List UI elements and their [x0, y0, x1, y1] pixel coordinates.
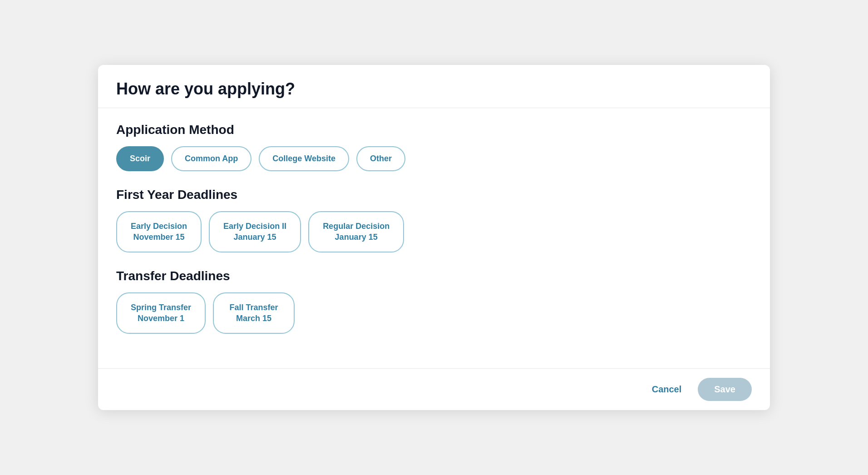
first-year-deadlines-title: First Year Deadlines	[116, 188, 752, 202]
pill-regular-decision-jan15[interactable]: Regular DecisionJanuary 15	[308, 211, 404, 252]
modal-title: How are you applying?	[116, 79, 752, 99]
save-button[interactable]: Save	[698, 378, 752, 401]
application-method-pills: Scoir Common App College Website Other	[116, 146, 752, 171]
pill-scoir[interactable]: Scoir	[116, 146, 164, 171]
first-year-deadlines-section: First Year Deadlines Early DecisionNovem…	[116, 188, 752, 252]
pill-early-decision-2-jan15[interactable]: Early Decision IIJanuary 15	[209, 211, 301, 252]
transfer-deadline-pills: Spring TransferNovember 1 Fall TransferM…	[116, 292, 752, 334]
pill-early-decision-nov15[interactable]: Early DecisionNovember 15	[116, 211, 202, 252]
pill-college-website[interactable]: College Website	[259, 146, 349, 171]
pill-common-app[interactable]: Common App	[171, 146, 252, 171]
application-method-title: Application Method	[116, 123, 752, 137]
pill-spring-transfer-nov1[interactable]: Spring TransferNovember 1	[116, 292, 206, 334]
transfer-deadlines-section: Transfer Deadlines Spring TransferNovemb…	[116, 269, 752, 334]
transfer-deadlines-title: Transfer Deadlines	[116, 269, 752, 283]
modal-body: Application Method Scoir Common App Coll…	[98, 108, 770, 368]
modal-header: How are you applying?	[98, 65, 770, 108]
application-method-section: Application Method Scoir Common App Coll…	[116, 123, 752, 171]
modal-footer: Cancel Save	[98, 368, 770, 410]
pill-fall-transfer-mar15[interactable]: Fall TransferMarch 15	[213, 292, 295, 334]
how-are-you-applying-modal: How are you applying? Application Method…	[98, 65, 770, 410]
first-year-deadline-pills: Early DecisionNovember 15 Early Decision…	[116, 211, 752, 252]
cancel-button[interactable]: Cancel	[645, 380, 689, 399]
pill-other[interactable]: Other	[356, 146, 405, 171]
